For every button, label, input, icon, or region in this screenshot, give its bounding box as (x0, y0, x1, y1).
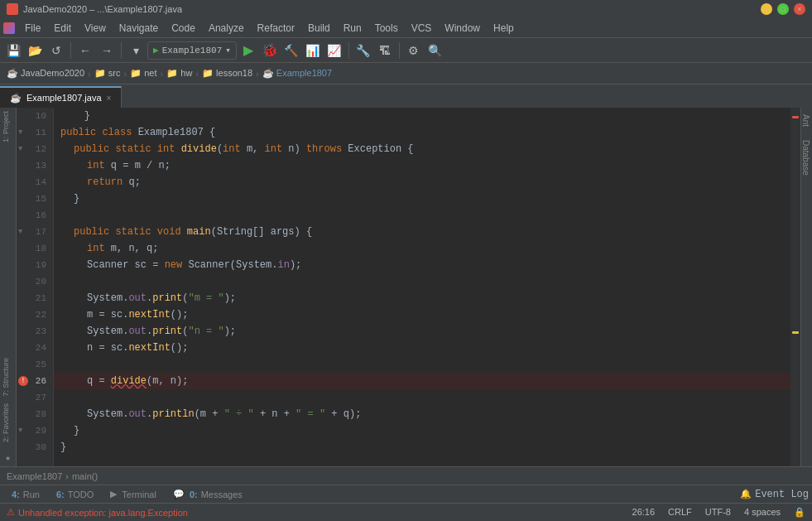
toolbar-sdk[interactable]: 🔧 (353, 41, 373, 60)
line-27: 27 (17, 389, 53, 406)
event-log-label[interactable]: Event Log (755, 489, 809, 500)
menu-help[interactable]: Help (487, 21, 521, 36)
tab-example1807[interactable]: ☕ Example1807.java × (0, 86, 122, 108)
breadcrumb-hw[interactable]: 📁 hw (166, 68, 192, 79)
menu-view[interactable]: View (78, 21, 113, 36)
toolbar-search[interactable]: 🔍 (425, 41, 445, 60)
line-15: 15 (17, 191, 53, 207)
menu-tools[interactable]: Tools (368, 21, 405, 36)
ln-19-text: 19 (36, 260, 46, 270)
toolbar-structure[interactable]: 🏗 (375, 41, 395, 60)
toolbar-sync[interactable]: ↺ (46, 41, 66, 60)
event-log-area: 🔔 Event Log (740, 489, 809, 500)
menu-run[interactable]: Run (337, 21, 368, 36)
git-icon: 🔒 (794, 507, 805, 518)
line-29: ▼ 29 (17, 422, 53, 439)
menu-edit[interactable]: Edit (47, 21, 78, 36)
ln-21-text: 21 (36, 293, 46, 303)
debug-button[interactable]: 🐞 (260, 41, 280, 60)
line-25: 25 (17, 356, 53, 373)
ln-17-text: 17 (36, 227, 46, 237)
tab-close-btn[interactable]: × (107, 94, 112, 103)
line-20: 20 (17, 273, 53, 290)
menu-code[interactable]: Code (165, 21, 202, 36)
breadcrumb-net[interactable]: 📁 net (130, 68, 156, 79)
run-configuration[interactable]: ▶ Example1807 ▾ (147, 41, 237, 60)
fold-17[interactable]: ▼ (18, 228, 22, 236)
fold-12[interactable]: ▼ (18, 145, 22, 153)
menu-build[interactable]: Build (301, 21, 337, 36)
toolbar-save[interactable]: 💾 (3, 41, 23, 60)
ln-25-text: 25 (36, 359, 46, 369)
ln-24-text: 24 (36, 343, 46, 353)
run-config-name: Example1807 (162, 46, 223, 55)
maximize-button[interactable]: □ (777, 3, 789, 15)
menu-vcs[interactable]: VCS (405, 21, 439, 36)
line-24: 24 (17, 340, 53, 356)
breadcrumb-sep-5: › (256, 69, 259, 79)
method-breadcrumb-sep: › (65, 471, 69, 481)
breadcrumb-src[interactable]: 📁 src (94, 68, 121, 79)
menu-refactor[interactable]: Refactor (251, 21, 301, 36)
menu-file[interactable]: File (18, 21, 47, 36)
line-16: 16 (17, 207, 53, 224)
tab-icon: ☕ (10, 93, 22, 104)
toolbar-run-config-btn[interactable]: ▾ (126, 41, 146, 60)
ln-29-text: 29 (36, 426, 46, 436)
ln-28-text: 28 (36, 409, 46, 419)
line-21: 21 (17, 290, 53, 306)
toolbar-forward[interactable]: → (97, 41, 117, 60)
fold-29[interactable]: ▼ (18, 427, 22, 435)
line-23: 23 (17, 323, 53, 340)
toolbar-back[interactable]: ← (75, 41, 95, 60)
code-line-28: System.out.println(m + " ÷ " + n + " = "… (54, 406, 790, 422)
code-line-29: } (54, 422, 790, 439)
toolbar-build[interactable]: 🔨 (281, 41, 301, 60)
run-button[interactable]: ▶ (238, 41, 258, 60)
bottom-tab-terminal[interactable]: ▶ Terminal (102, 487, 165, 501)
status-line-sep[interactable]: CRLF (668, 507, 692, 518)
bottom-tab-run[interactable]: 4: Run (3, 488, 48, 501)
code-line-14: return q; (54, 174, 790, 191)
minimize-button[interactable]: − (761, 3, 772, 15)
sidebar-star-icon[interactable]: ★ (0, 449, 16, 466)
breadcrumb-project[interactable]: ☕ JavaDemo2020 (7, 68, 84, 79)
sidebar-label-favorites[interactable]: 2: Favorites (0, 400, 16, 446)
statusbar: ⚠ Unhandled exception: java.lang.Excepti… (0, 503, 812, 521)
sidebar-label-structure[interactable]: 7: Structure (0, 355, 16, 400)
breadcrumb-file[interactable]: ☕ Example1807 (262, 68, 332, 79)
status-indent[interactable]: 4 spaces (744, 507, 781, 518)
breadcrumb-lesson18[interactable]: 📁 lesson18 (202, 68, 252, 79)
code-line-30: } (54, 439, 790, 456)
bottom-tab-messages[interactable]: 💬 0: Messages (165, 487, 251, 501)
toolbar-settings[interactable]: ⚙ (404, 41, 424, 60)
status-encoding[interactable]: UTF-8 (705, 507, 731, 518)
right-tab-ant[interactable]: Ant (801, 108, 812, 133)
right-tab-database[interactable]: Database (801, 133, 812, 182)
menu-analyze[interactable]: Analyze (202, 21, 251, 36)
line-30: 30 (17, 439, 53, 456)
bottom-tab-todo[interactable]: 6: TODO (48, 488, 102, 501)
toolbar-profile[interactable]: 📈 (324, 41, 344, 60)
editor-container: 10 ▼ 11 ▼ 12 13 14 15 16 ▼ 17 18 19 20 2… (17, 108, 800, 466)
tabbar: ☕ Example1807.java × (0, 84, 812, 108)
toolbar-coverage[interactable]: 📊 (303, 41, 323, 60)
fold-11[interactable]: ▼ (18, 128, 22, 137)
status-position[interactable]: 26:16 (632, 507, 656, 518)
titlebar: JavaDemo2020 – ...\Example1807.java − □ … (0, 0, 812, 18)
menu-navigate[interactable]: Navigate (113, 21, 165, 36)
code-area[interactable]: } public class Example1807 { public stat… (54, 108, 790, 466)
code-line-13: int q = m / n; (54, 157, 790, 174)
ln-27-text: 27 (36, 393, 46, 403)
toolbar-open[interactable]: 📂 (25, 41, 45, 60)
toolbar-sep-3 (348, 42, 349, 59)
ln-20-text: 20 (36, 277, 46, 287)
menu-window[interactable]: Window (438, 21, 487, 36)
ln-13-text: 13 (36, 161, 46, 171)
close-button[interactable]: × (794, 3, 805, 15)
scroll-warn-marker (792, 331, 799, 334)
sidebar-label-project[interactable]: 1: Project (0, 108, 16, 146)
bell-icon: 🔔 (740, 489, 752, 499)
bottom-tabs-bar: 4: Run 6: TODO ▶ Terminal 💬 0: Messages … (0, 485, 812, 503)
code-line-20 (54, 273, 790, 290)
